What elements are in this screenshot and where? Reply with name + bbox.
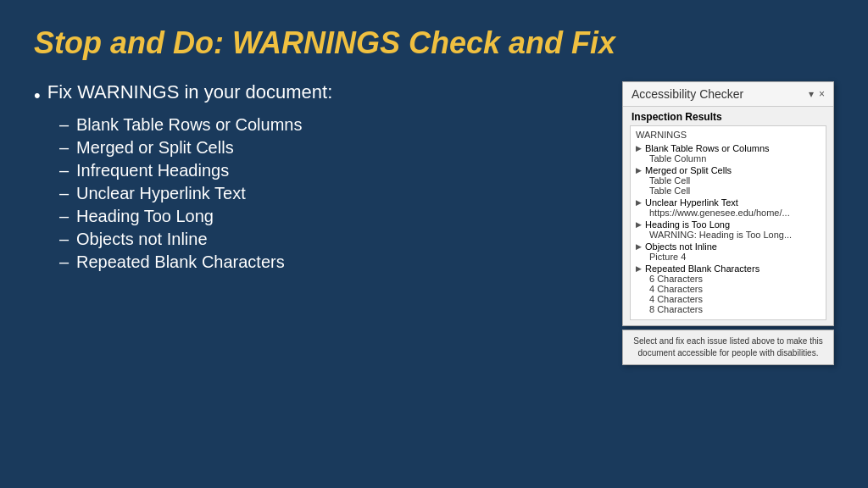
list-item: Objects not Inline <box>59 230 605 249</box>
group-label: Unclear Hyperlink Text <box>645 197 738 208</box>
group-header[interactable]: ▶ Merged or Split Cells <box>636 165 821 175</box>
panel-header-icons: ▾ × <box>809 88 825 100</box>
result-child[interactable]: https://www.genesee.edu/home/... <box>636 208 821 218</box>
panel-title: Accessibility Checker <box>632 87 743 101</box>
result-group-heading: ▶ Heading is Too Long WARNING: Heading i… <box>636 219 821 240</box>
triangle-icon: ▶ <box>636 242 642 251</box>
group-label: Heading is Too Long <box>645 219 730 230</box>
result-child[interactable]: Table Column <box>636 153 821 164</box>
result-group-blank-chars: ▶ Repeated Blank Characters 6 Characters… <box>636 263 821 314</box>
result-child[interactable]: WARNING: Heading is Too Long... <box>636 230 821 240</box>
list-item: Infrequent Headings <box>59 161 605 180</box>
triangle-icon: ▶ <box>636 220 642 229</box>
result-child[interactable]: Picture 4 <box>636 252 821 262</box>
pin-icon[interactable]: ▾ <box>809 88 814 100</box>
group-header[interactable]: ▶ Heading is Too Long <box>636 219 821 230</box>
group-header[interactable]: ▶ Objects not Inline <box>636 241 821 252</box>
list-item: Blank Table Rows or Columns <box>59 115 605 135</box>
result-group-objects: ▶ Objects not Inline Picture 4 <box>636 241 821 262</box>
content-area: • Fix WARNINGS in your document: Blank T… <box>34 81 834 365</box>
triangle-icon: ▶ <box>636 166 642 175</box>
list-item: Repeated Blank Characters <box>59 252 605 272</box>
result-child[interactable]: 4 Characters <box>636 294 821 304</box>
result-child[interactable]: 6 Characters <box>636 274 821 284</box>
result-group-hyperlink: ▶ Unclear Hyperlink Text https://www.gen… <box>636 197 821 218</box>
result-child[interactable]: Table Cell <box>636 186 821 196</box>
result-group-merged: ▶ Merged or Split Cells Table Cell Table… <box>636 165 821 196</box>
group-header[interactable]: ▶ Repeated Blank Characters <box>636 263 821 274</box>
list-item: Merged or Split Cells <box>59 138 605 158</box>
main-bullet: • Fix WARNINGS in your document: <box>34 81 605 107</box>
main-bullet-text: Fix WARNINGS in your document: <box>47 81 333 103</box>
result-child[interactable]: 8 Characters <box>636 304 821 314</box>
group-label: Repeated Blank Characters <box>645 263 760 274</box>
bullet-list: • Fix WARNINGS in your document: Blank T… <box>34 81 605 275</box>
list-item: Unclear Hyperlink Text <box>59 184 605 203</box>
result-child[interactable]: Table Cell <box>636 175 821 186</box>
bullet-dot: • <box>34 85 41 107</box>
group-label: Objects not Inline <box>645 241 717 252</box>
group-header[interactable]: ▶ Blank Table Rows or Columns <box>636 143 821 153</box>
sub-bullets-list: Blank Table Rows or Columns Merged or Sp… <box>59 115 605 272</box>
inspection-results-label: Inspection Results <box>623 107 833 125</box>
triangle-icon: ▶ <box>636 264 642 273</box>
triangle-icon: ▶ <box>636 144 642 152</box>
result-child[interactable]: 4 Characters <box>636 284 821 294</box>
slide: Stop and Do: WARNINGS Check and Fix • Fi… <box>0 0 868 488</box>
warnings-label: WARNINGS <box>636 130 821 140</box>
result-group-blank-table: ▶ Blank Table Rows or Columns Table Colu… <box>636 143 821 164</box>
panel-header: Accessibility Checker ▾ × <box>623 82 833 107</box>
accessibility-panel: Accessibility Checker ▾ × Inspection Res… <box>622 81 834 326</box>
list-item: Heading Too Long <box>59 207 605 226</box>
slide-title: Stop and Do: WARNINGS Check and Fix <box>34 25 834 61</box>
results-box[interactable]: WARNINGS ▶ Blank Table Rows or Columns T… <box>630 125 826 320</box>
panel-wrapper: Accessibility Checker ▾ × Inspection Res… <box>622 81 834 365</box>
bottom-hint-text: Select and fix each issue listed above t… <box>633 336 822 358</box>
group-header[interactable]: ▶ Unclear Hyperlink Text <box>636 197 821 208</box>
close-icon[interactable]: × <box>819 88 825 100</box>
group-label: Blank Table Rows or Columns <box>645 143 770 153</box>
triangle-icon: ▶ <box>636 198 642 207</box>
bottom-hint-panel: Select and fix each issue listed above t… <box>622 330 834 365</box>
group-label: Merged or Split Cells <box>645 165 732 175</box>
